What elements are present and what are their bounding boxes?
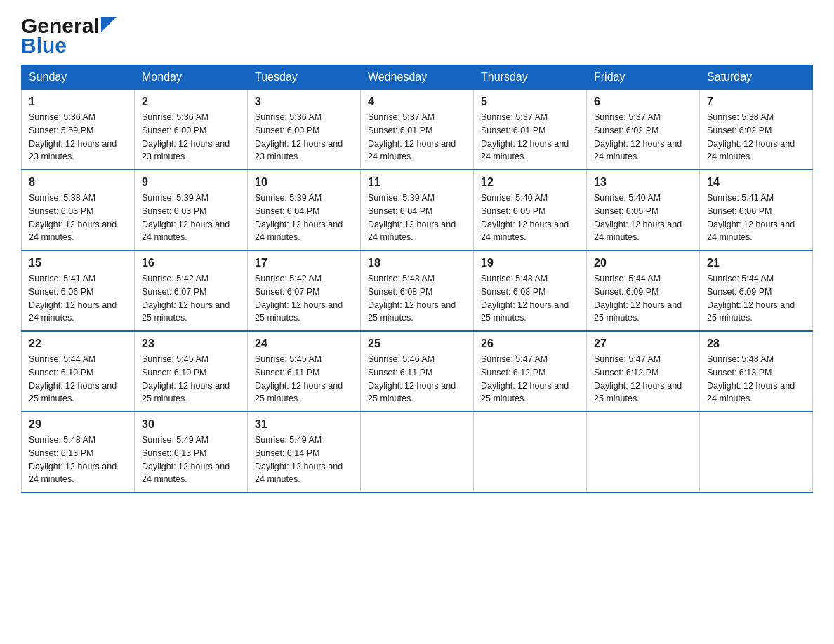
calendar-cell: 14 Sunrise: 5:41 AMSunset: 6:06 PMDaylig… [700, 170, 813, 250]
day-number: 5 [481, 95, 579, 108]
day-detail: Sunrise: 5:44 AMSunset: 6:10 PMDaylight:… [29, 354, 117, 403]
day-detail: Sunrise: 5:41 AMSunset: 6:06 PMDaylight:… [29, 274, 117, 323]
logo-blue-text: Blue [21, 34, 67, 58]
day-detail: Sunrise: 5:40 AMSunset: 6:05 PMDaylight:… [594, 193, 682, 242]
logo: General Blue [21, 14, 117, 58]
day-detail: Sunrise: 5:44 AMSunset: 6:09 PMDaylight:… [707, 274, 795, 323]
day-number: 30 [142, 418, 240, 431]
calendar-cell: 28 Sunrise: 5:48 AMSunset: 6:13 PMDaylig… [700, 331, 813, 412]
page-header: General Blue [21, 14, 813, 58]
day-detail: Sunrise: 5:38 AMSunset: 6:03 PMDaylight:… [29, 193, 117, 242]
day-number: 16 [142, 257, 240, 269]
day-header-thursday: Thursday [474, 65, 587, 90]
day-number: 13 [594, 176, 692, 189]
day-number: 3 [255, 95, 353, 108]
calendar-week-1: 1 Sunrise: 5:36 AMSunset: 5:59 PMDayligh… [22, 90, 813, 170]
calendar-cell: 6 Sunrise: 5:37 AMSunset: 6:02 PMDayligh… [587, 90, 700, 170]
calendar-cell: 1 Sunrise: 5:36 AMSunset: 5:59 PMDayligh… [22, 90, 135, 170]
calendar-cell: 9 Sunrise: 5:39 AMSunset: 6:03 PMDayligh… [135, 170, 248, 250]
calendar-cell [474, 412, 587, 492]
calendar-cell: 26 Sunrise: 5:47 AMSunset: 6:12 PMDaylig… [474, 331, 587, 412]
day-detail: Sunrise: 5:38 AMSunset: 6:02 PMDaylight:… [707, 112, 795, 161]
day-detail: Sunrise: 5:47 AMSunset: 6:12 PMDaylight:… [594, 354, 682, 403]
calendar-cell: 2 Sunrise: 5:36 AMSunset: 6:00 PMDayligh… [135, 90, 248, 170]
day-number: 1 [29, 95, 127, 108]
day-detail: Sunrise: 5:36 AMSunset: 6:00 PMDaylight:… [255, 112, 343, 161]
day-header-saturday: Saturday [700, 65, 813, 90]
day-detail: Sunrise: 5:41 AMSunset: 6:06 PMDaylight:… [707, 193, 795, 242]
calendar-week-5: 29 Sunrise: 5:48 AMSunset: 6:13 PMDaylig… [22, 412, 813, 492]
day-detail: Sunrise: 5:43 AMSunset: 6:08 PMDaylight:… [368, 274, 456, 323]
day-number: 29 [29, 418, 127, 431]
calendar-cell: 8 Sunrise: 5:38 AMSunset: 6:03 PMDayligh… [22, 170, 135, 250]
day-number: 27 [594, 337, 692, 350]
day-detail: Sunrise: 5:45 AMSunset: 6:11 PMDaylight:… [255, 354, 343, 403]
day-number: 17 [255, 257, 353, 269]
calendar-cell [361, 412, 474, 492]
calendar-cell: 3 Sunrise: 5:36 AMSunset: 6:00 PMDayligh… [248, 90, 361, 170]
day-detail: Sunrise: 5:39 AMSunset: 6:03 PMDaylight:… [142, 193, 230, 242]
calendar-cell: 15 Sunrise: 5:41 AMSunset: 6:06 PMDaylig… [22, 250, 135, 331]
calendar-week-4: 22 Sunrise: 5:44 AMSunset: 6:10 PMDaylig… [22, 331, 813, 412]
calendar-cell: 11 Sunrise: 5:39 AMSunset: 6:04 PMDaylig… [361, 170, 474, 250]
calendar-cell: 21 Sunrise: 5:44 AMSunset: 6:09 PMDaylig… [700, 250, 813, 331]
calendar-cell: 27 Sunrise: 5:47 AMSunset: 6:12 PMDaylig… [587, 331, 700, 412]
day-number: 4 [368, 95, 466, 108]
day-detail: Sunrise: 5:42 AMSunset: 6:07 PMDaylight:… [255, 274, 343, 323]
calendar-cell: 17 Sunrise: 5:42 AMSunset: 6:07 PMDaylig… [248, 250, 361, 331]
day-number: 11 [368, 176, 466, 189]
day-number: 6 [594, 95, 692, 108]
calendar-cell: 25 Sunrise: 5:46 AMSunset: 6:11 PMDaylig… [361, 331, 474, 412]
day-detail: Sunrise: 5:46 AMSunset: 6:11 PMDaylight:… [368, 354, 456, 403]
logo-triangle-icon [101, 17, 117, 32]
day-detail: Sunrise: 5:45 AMSunset: 6:10 PMDaylight:… [142, 354, 230, 403]
day-number: 9 [142, 176, 240, 189]
day-number: 28 [707, 337, 805, 350]
days-header-row: SundayMondayTuesdayWednesdayThursdayFrid… [22, 65, 813, 90]
day-number: 12 [481, 176, 579, 189]
calendar-week-3: 15 Sunrise: 5:41 AMSunset: 6:06 PMDaylig… [22, 250, 813, 331]
day-number: 15 [29, 257, 127, 269]
calendar-cell: 13 Sunrise: 5:40 AMSunset: 6:05 PMDaylig… [587, 170, 700, 250]
svg-marker-0 [101, 17, 117, 32]
calendar-cell: 20 Sunrise: 5:44 AMSunset: 6:09 PMDaylig… [587, 250, 700, 331]
day-number: 22 [29, 337, 127, 350]
day-number: 10 [255, 176, 353, 189]
day-detail: Sunrise: 5:44 AMSunset: 6:09 PMDaylight:… [594, 274, 682, 323]
day-header-monday: Monday [135, 65, 248, 90]
day-number: 25 [368, 337, 466, 350]
calendar-cell: 22 Sunrise: 5:44 AMSunset: 6:10 PMDaylig… [22, 331, 135, 412]
day-number: 8 [29, 176, 127, 189]
calendar-cell [587, 412, 700, 492]
calendar-cell [700, 412, 813, 492]
day-number: 23 [142, 337, 240, 350]
day-detail: Sunrise: 5:42 AMSunset: 6:07 PMDaylight:… [142, 274, 230, 323]
day-detail: Sunrise: 5:37 AMSunset: 6:01 PMDaylight:… [481, 112, 569, 161]
day-header-wednesday: Wednesday [361, 65, 474, 90]
calendar-cell: 29 Sunrise: 5:48 AMSunset: 6:13 PMDaylig… [22, 412, 135, 492]
day-detail: Sunrise: 5:48 AMSunset: 6:13 PMDaylight:… [29, 435, 117, 484]
day-number: 31 [255, 418, 353, 431]
day-detail: Sunrise: 5:36 AMSunset: 5:59 PMDaylight:… [29, 112, 117, 161]
day-detail: Sunrise: 5:39 AMSunset: 6:04 PMDaylight:… [255, 193, 343, 242]
calendar-cell: 18 Sunrise: 5:43 AMSunset: 6:08 PMDaylig… [361, 250, 474, 331]
day-detail: Sunrise: 5:49 AMSunset: 6:14 PMDaylight:… [255, 435, 343, 484]
day-detail: Sunrise: 5:48 AMSunset: 6:13 PMDaylight:… [707, 354, 795, 403]
calendar-cell: 16 Sunrise: 5:42 AMSunset: 6:07 PMDaylig… [135, 250, 248, 331]
calendar-cell: 23 Sunrise: 5:45 AMSunset: 6:10 PMDaylig… [135, 331, 248, 412]
day-detail: Sunrise: 5:36 AMSunset: 6:00 PMDaylight:… [142, 112, 230, 161]
day-detail: Sunrise: 5:37 AMSunset: 6:02 PMDaylight:… [594, 112, 682, 161]
day-detail: Sunrise: 5:39 AMSunset: 6:04 PMDaylight:… [368, 193, 456, 242]
day-number: 26 [481, 337, 579, 350]
day-detail: Sunrise: 5:37 AMSunset: 6:01 PMDaylight:… [368, 112, 456, 161]
calendar-cell: 30 Sunrise: 5:49 AMSunset: 6:13 PMDaylig… [135, 412, 248, 492]
day-number: 19 [481, 257, 579, 269]
calendar-table: SundayMondayTuesdayWednesdayThursdayFrid… [21, 65, 813, 493]
day-number: 14 [707, 176, 805, 189]
day-number: 24 [255, 337, 353, 350]
day-number: 2 [142, 95, 240, 108]
calendar-cell: 7 Sunrise: 5:38 AMSunset: 6:02 PMDayligh… [700, 90, 813, 170]
day-number: 21 [707, 257, 805, 269]
calendar-cell: 24 Sunrise: 5:45 AMSunset: 6:11 PMDaylig… [248, 331, 361, 412]
day-header-sunday: Sunday [22, 65, 135, 90]
